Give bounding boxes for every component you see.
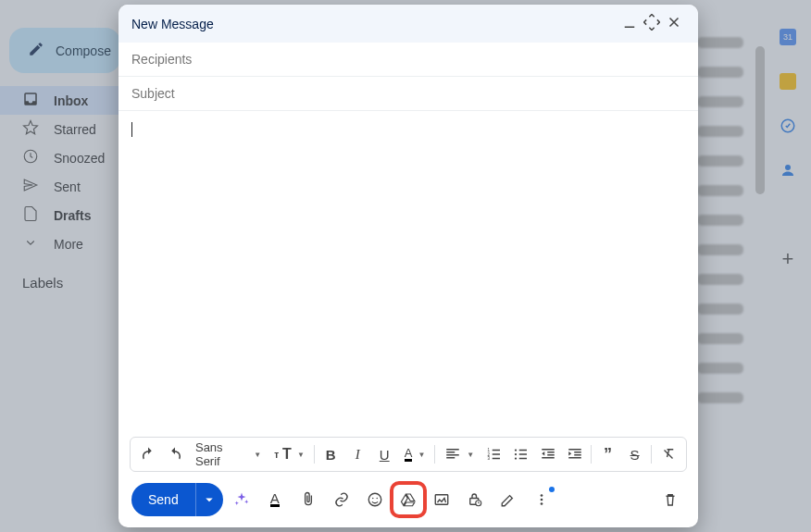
svg-rect-12 bbox=[435, 495, 448, 505]
svg-point-17 bbox=[540, 502, 543, 505]
caret-icon: ▼ bbox=[254, 451, 261, 459]
numbered-list-icon: 123 bbox=[486, 446, 503, 463]
tasks-icon[interactable] bbox=[779, 117, 797, 135]
recipients-row bbox=[119, 43, 698, 77]
bulleted-list-button[interactable] bbox=[508, 441, 533, 467]
chevron-down-icon bbox=[22, 234, 39, 254]
align-icon bbox=[444, 446, 461, 463]
nav-label: Drafts bbox=[54, 208, 91, 223]
attach-button[interactable] bbox=[293, 485, 323, 514]
contacts-icon[interactable] bbox=[779, 161, 797, 179]
textcolor-icon: A bbox=[405, 448, 413, 462]
svg-point-11 bbox=[376, 498, 378, 500]
format-a-icon: A bbox=[270, 493, 280, 507]
redo-icon[interactable] bbox=[163, 441, 188, 467]
nav-label: Snoozed bbox=[54, 151, 105, 166]
keep-icon[interactable] bbox=[779, 72, 797, 91]
svg-point-16 bbox=[540, 499, 543, 501]
action-bar: Send A bbox=[119, 479, 698, 527]
close-icon[interactable] bbox=[663, 14, 685, 33]
nav-label: Inbox bbox=[54, 93, 88, 108]
indent-less-button[interactable] bbox=[535, 441, 560, 467]
caret-down-icon bbox=[201, 491, 218, 508]
font-family-select[interactable]: Sans Serif▼ bbox=[190, 441, 267, 467]
numbered-list-button[interactable]: 123 bbox=[481, 441, 506, 467]
minimize-icon[interactable] bbox=[618, 14, 641, 33]
scrollbar[interactable] bbox=[755, 46, 765, 194]
send-button[interactable]: Send bbox=[131, 483, 223, 516]
strikethrough-button[interactable]: S bbox=[622, 441, 647, 467]
trash-icon bbox=[662, 491, 679, 508]
confidential-button[interactable] bbox=[460, 485, 490, 514]
format-toolbar: Sans Serif▼ тT▼ B I U A▼ ▼ 123 ” S bbox=[130, 437, 687, 472]
font-size-select[interactable]: тT▼ bbox=[268, 441, 310, 467]
send-options-button[interactable] bbox=[195, 483, 223, 516]
toggle-format-button[interactable]: A bbox=[260, 485, 290, 514]
align-button[interactable]: ▼ bbox=[439, 441, 480, 467]
discard-button[interactable] bbox=[655, 485, 685, 514]
insert-photo-button[interactable] bbox=[427, 485, 456, 514]
file-icon bbox=[22, 205, 39, 225]
subject-input[interactable] bbox=[131, 86, 685, 101]
drive-button[interactable] bbox=[393, 485, 423, 514]
caret-icon: ▼ bbox=[467, 451, 474, 459]
sent-icon bbox=[22, 177, 39, 196]
svg-point-9 bbox=[368, 493, 381, 506]
link-icon bbox=[333, 491, 350, 508]
underline-button[interactable]: U bbox=[372, 441, 397, 467]
side-panel: 31 + bbox=[765, 28, 811, 268]
emoji-icon bbox=[367, 491, 383, 508]
paperclip-icon bbox=[300, 491, 317, 508]
ai-assist-button[interactable] bbox=[227, 485, 256, 514]
quote-icon: ” bbox=[604, 445, 612, 464]
signature-button[interactable] bbox=[493, 485, 523, 514]
sparkle-icon bbox=[233, 491, 250, 508]
calendar-icon[interactable]: 31 bbox=[779, 28, 797, 46]
badge-dot bbox=[549, 487, 555, 492]
subject-row bbox=[119, 77, 698, 111]
nav-label: Sent bbox=[54, 179, 81, 194]
send-label: Send bbox=[131, 492, 195, 507]
star-icon bbox=[22, 119, 39, 139]
add-icon[interactable]: + bbox=[779, 250, 797, 268]
compose-dialog: New Message Sans Serif▼ тT▼ B I U A▼ ▼ 1… bbox=[119, 5, 698, 527]
bold-button[interactable]: B bbox=[318, 441, 343, 467]
compose-label: Compose bbox=[56, 43, 111, 58]
more-vert-icon bbox=[533, 491, 550, 508]
clock-icon bbox=[22, 148, 39, 167]
italic-button[interactable]: I bbox=[345, 441, 370, 467]
svg-text:3: 3 bbox=[487, 456, 490, 461]
svg-point-6 bbox=[515, 449, 517, 451]
pencil-icon bbox=[28, 41, 44, 60]
indent-less-icon bbox=[540, 446, 556, 463]
link-button[interactable] bbox=[327, 485, 356, 514]
clear-formatting-button[interactable] bbox=[655, 441, 680, 467]
bulleted-list-icon bbox=[513, 446, 530, 463]
dialog-title: New Message bbox=[131, 17, 618, 31]
photo-icon bbox=[433, 491, 450, 508]
inbox-icon bbox=[22, 91, 39, 110]
caret-icon: ▼ bbox=[418, 451, 425, 459]
more-options-button[interactable] bbox=[527, 485, 556, 514]
emoji-button[interactable] bbox=[360, 485, 390, 514]
fullscreen-exit-icon[interactable] bbox=[641, 14, 663, 33]
clear-format-icon bbox=[660, 446, 677, 463]
indent-more-button[interactable] bbox=[562, 441, 587, 467]
svg-point-15 bbox=[540, 494, 543, 497]
quote-button[interactable]: ” bbox=[595, 441, 620, 467]
svg-point-8 bbox=[515, 457, 517, 459]
compose-button-bg[interactable]: Compose bbox=[9, 28, 120, 73]
underline-icon: U bbox=[380, 447, 390, 463]
drive-icon bbox=[400, 491, 417, 508]
svg-point-2 bbox=[785, 165, 791, 170]
body-editor[interactable] bbox=[119, 111, 698, 437]
lock-clock-icon bbox=[467, 491, 483, 508]
italic-icon: I bbox=[356, 447, 360, 463]
recipients-input[interactable] bbox=[131, 52, 685, 67]
text-color-button[interactable]: A▼ bbox=[399, 441, 431, 467]
caret-icon: ▼ bbox=[297, 451, 305, 459]
svg-point-10 bbox=[372, 498, 374, 500]
undo-icon[interactable] bbox=[136, 441, 161, 467]
indent-more-icon bbox=[567, 446, 583, 463]
svg-point-7 bbox=[515, 453, 517, 455]
